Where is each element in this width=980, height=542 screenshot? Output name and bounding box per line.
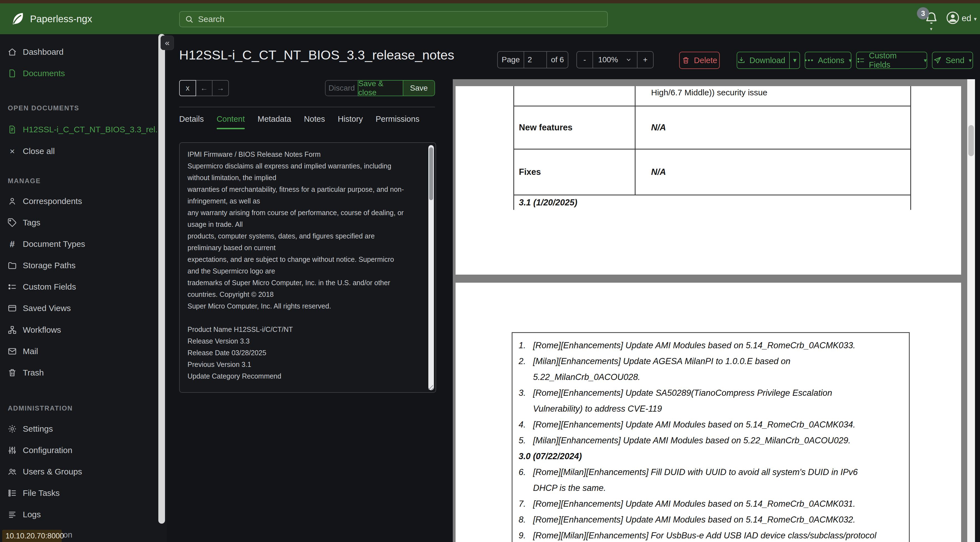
sidebar-item-open-document[interactable]: H12SSL-i_C_CT_NT_BIOS_3.3_rel... (0, 121, 158, 139)
browser-status-link: 10.10.20.70:8000 (2, 530, 62, 542)
delete-button[interactable]: Delete (679, 52, 720, 69)
download-button[interactable]: Download (737, 52, 785, 69)
sidebar-item-users-groups[interactable]: Users & Groups (0, 463, 158, 481)
app-window: Paperless-ngx 3 ▾ ed ▾ (0, 0, 980, 542)
header-divider (179, 107, 435, 107)
tab-content[interactable]: Content (217, 115, 245, 128)
save-button-group: Discard Save & close Save (325, 80, 435, 96)
save-and-close-button[interactable]: Save & close (358, 80, 403, 96)
text-lines-icon (7, 510, 17, 520)
gear-icon (7, 424, 17, 434)
sidebar-item-trash[interactable]: Trash (0, 364, 158, 382)
document-text-icon (7, 124, 17, 134)
manage-section-label: MANAGE (8, 177, 41, 185)
hash-icon: # (7, 239, 17, 249)
folder-icon (7, 260, 17, 271)
sidebar-item-custom-fields[interactable]: Custom Fields (0, 278, 158, 296)
pdf-page-1: High/6.7 Middle)) security issue New fea… (455, 86, 961, 274)
zoom-level-dropdown[interactable]: 100% (592, 52, 637, 68)
sidebar-item-storage-paths[interactable]: Storage Paths (0, 257, 158, 274)
tab-permissions[interactable]: Permissions (375, 115, 420, 128)
caret-down-icon: ▾ (969, 57, 972, 64)
sidebar-collapse-button[interactable]: « (161, 35, 174, 50)
ellipsis-icon: ••• (805, 56, 814, 64)
notifications-caret-icon: ▾ (930, 26, 932, 32)
sidebar-item-dashboard[interactable]: Dashboard (0, 43, 158, 61)
close-document-button[interactable]: x (179, 80, 196, 96)
person-icon (7, 196, 17, 206)
sidebar-item-tags[interactable]: Tags (0, 214, 158, 231)
sidebar-item-documents[interactable]: Documents (0, 64, 158, 82)
next-document-button[interactable]: → (213, 80, 229, 96)
sidebar-item-configuration[interactable]: Configuration (0, 442, 158, 459)
trash-icon (7, 368, 17, 378)
tab-history[interactable]: History (338, 115, 363, 128)
search-input[interactable] (197, 14, 602, 24)
sliders-icon (7, 445, 17, 455)
sidebar-item-saved-views[interactable]: Saved Views (0, 299, 158, 317)
document-nav-group: x ← → (179, 80, 229, 96)
page-total-label: of 6 (546, 52, 568, 68)
list-item: 6.[Rome][Milan][Enhancements] Fill DUID … (519, 464, 903, 496)
app-logo-icon[interactable] (10, 11, 25, 26)
administration-section-label: ADMINISTRATION (8, 405, 73, 412)
app-title[interactable]: Paperless-ngx (30, 13, 92, 24)
zoom-in-button[interactable]: + (637, 52, 653, 68)
sidebar-scrollbar[interactable] (158, 34, 165, 524)
page-number-input[interactable] (526, 55, 545, 64)
zoom-out-button[interactable]: - (577, 52, 592, 68)
custom-fields-icon (7, 282, 17, 292)
pdf-scrollbar-thumb[interactable] (968, 125, 974, 156)
search-bar (179, 11, 608, 27)
custom-fields-button[interactable]: Custom Fields ▾ (856, 52, 927, 69)
sidebar-item-logs[interactable]: Logs (0, 505, 158, 523)
save-button[interactable]: Save (403, 80, 435, 96)
list-item: 8.[Rome][Enhancements] Update AMI Module… (519, 512, 903, 528)
sidebar-item-mail[interactable]: Mail (0, 343, 158, 360)
sidebar-item-close-all[interactable]: × Close all (0, 142, 158, 160)
user-avatar-icon[interactable] (945, 11, 960, 25)
saved-views-icon (7, 303, 17, 313)
table-cell-label: Fixes (514, 150, 636, 194)
list-task-icon (7, 488, 17, 498)
pdf-preview-panel: High/6.7 Middle)) security issue New fea… (453, 79, 975, 542)
download-split-button: Download ▼ (737, 52, 800, 69)
actions-button[interactable]: ••• Actions ▾ (805, 52, 851, 69)
list-item: 7.[Rome][Enhancements] Update AMI Module… (519, 496, 903, 512)
sidebar-item-file-tasks[interactable]: File Tasks (0, 484, 158, 502)
caret-down-icon: ▼ (792, 57, 798, 64)
documentation-label-clipped[interactable]: on (63, 530, 72, 539)
notification-badge: 3 (917, 7, 929, 19)
sidebar-item-workflows[interactable]: Workflows (0, 321, 158, 339)
username-label[interactable]: ed (962, 13, 971, 23)
list-item: 5.[Milan][Enhancements] Update AMI Modul… (519, 432, 903, 448)
textarea-resize-handle[interactable] (427, 384, 434, 391)
page-control: Page of 6 (497, 51, 568, 69)
send-icon (933, 56, 942, 64)
textarea-scrollbar-thumb[interactable] (429, 147, 433, 200)
sidebar-item-correspondents[interactable]: Correspondents (0, 192, 158, 210)
content-textarea[interactable]: IPMI Firmware / BIOS Release Notes Form … (179, 142, 436, 393)
table-cell-partial: High/6.7 Middle)) security issue (636, 86, 910, 105)
custom-fields-icon (857, 56, 865, 64)
search-icon (185, 15, 194, 24)
sidebar-item-settings[interactable]: Settings (0, 420, 158, 438)
table-row: Fixes N/A (514, 150, 910, 195)
download-icon (737, 56, 746, 64)
pdf-changes-list: 1.[Rome][Enhancements] Update AMI Module… (512, 332, 910, 542)
table-cell-value: N/A (636, 107, 910, 149)
discard-button[interactable]: Discard (325, 80, 358, 96)
list-item: 9.[Rome][Milan][Enhancements] For UsbBus… (519, 528, 903, 542)
tab-details[interactable]: Details (179, 115, 204, 128)
previous-document-button[interactable]: ← (196, 80, 213, 96)
download-dropdown-button[interactable]: ▼ (789, 52, 799, 69)
mail-icon (7, 346, 17, 356)
tab-notes[interactable]: Notes (304, 115, 325, 128)
version-header: 3.0 (07/22/2024) (519, 448, 903, 464)
tab-metadata[interactable]: Metadata (258, 115, 291, 128)
send-button[interactable]: Send ▾ (932, 52, 973, 69)
sidebar-item-document-types[interactable]: # Document Types (0, 235, 158, 253)
open-documents-section-label: OPEN DOCUMENTS (8, 104, 79, 112)
list-item: 3.[Rome][Enhancements] Update SA50289(Ti… (519, 385, 903, 417)
close-icon: × (7, 146, 17, 156)
